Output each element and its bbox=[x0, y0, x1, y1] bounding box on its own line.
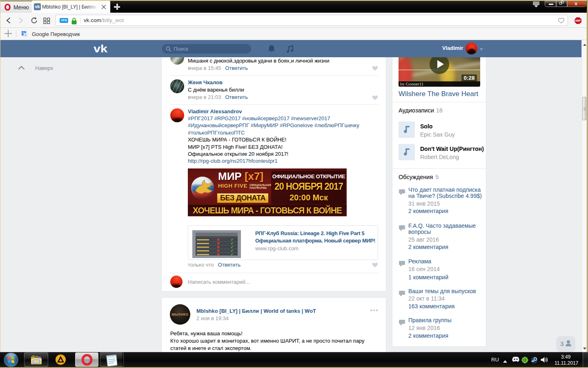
svg-text:ABP: ABP bbox=[575, 19, 581, 22]
svg-text:vk: vk bbox=[94, 44, 108, 53]
